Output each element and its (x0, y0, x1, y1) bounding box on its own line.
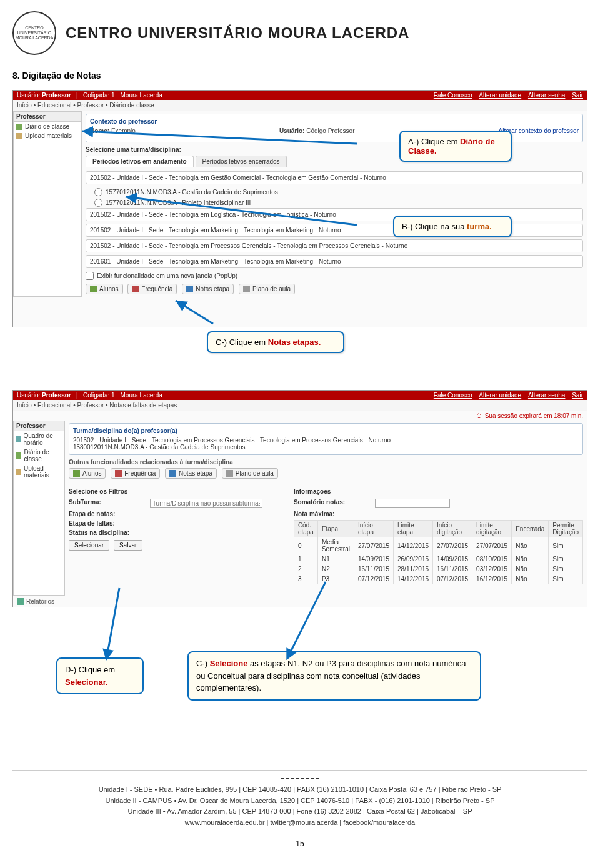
table-cell: 14/09/2015 (354, 554, 393, 564)
sidebar-item-upload[interactable]: Upload materiais (14, 464, 64, 480)
sidebar-title: Professor (14, 112, 81, 122)
arrow-c-icon (169, 296, 226, 327)
people-icon (90, 286, 97, 292)
table-cell: 27/07/2015 (472, 537, 512, 554)
table-cell: Sim (549, 554, 583, 564)
table-cell: 16/12/2015 (472, 574, 512, 584)
table-row[interactable]: 1N114/09/201526/09/201514/09/201508/10/2… (294, 554, 582, 564)
notas-etapa-button[interactable]: Notas etapa (182, 284, 234, 294)
selecionar-button[interactable]: Selecionar (69, 540, 109, 551)
session-expiry-warning: Sua sessão expirará em 18:07 min. (13, 411, 587, 421)
table-cell: 14/12/2015 (393, 537, 432, 554)
calendar-icon (115, 470, 122, 477)
footer-line: Unidade II - CAMPUS • Av. Dr. Oscar de M… (12, 796, 588, 807)
table-cell: Não (512, 554, 549, 564)
table-cell: Não (512, 564, 549, 574)
somatorio-label: Somatório notas: (294, 499, 362, 508)
footer-divider-icon (281, 778, 319, 779)
table-cell: 27/07/2015 (354, 537, 393, 554)
popup-checkbox[interactable] (86, 272, 94, 280)
popup-checkbox-label: Exibir funcionalidade em uma nova janela… (97, 272, 238, 279)
etapa-faltas-label: Etapa de faltas: (69, 520, 138, 527)
table-row[interactable]: 2N216/11/201528/11/201516/11/201503/12/2… (294, 564, 582, 574)
radio-disciplina-1[interactable] (94, 188, 102, 196)
book-icon (16, 124, 22, 130)
screenshot-notas-etapas: Usuário: Professor | Coligada: 1 - Moura… (12, 390, 588, 607)
th: Cód. etapa (294, 521, 318, 537)
page-number: 15 (12, 839, 588, 848)
callout-a: A-) Clique em Diário de Classe. (399, 131, 512, 162)
frequencia-button[interactable]: Frequência (128, 284, 177, 294)
frequencia-button[interactable]: Frequência (111, 468, 160, 479)
turma-title: Turma/disciplina do(a) professor(a) (73, 427, 579, 434)
breadcrumb: Início • Educacional • Professor • Notas… (13, 400, 587, 411)
tab-periodos-andamento[interactable]: Períodos letivos em andamento (86, 156, 194, 167)
table-cell: Media Semestral (318, 537, 354, 554)
notas-etapa-button[interactable]: Notas etapa (165, 468, 217, 479)
somatorio-input[interactable] (375, 499, 450, 508)
table-row[interactable]: 0Media Semestral27/07/201514/12/201527/0… (294, 537, 582, 554)
tab-periodos-encerrados[interactable]: Períodos letivos encerrados (196, 156, 287, 167)
upload-icon (16, 133, 22, 139)
link-fale-conosco[interactable]: Fale Conosco (434, 92, 472, 99)
salvar-button[interactable]: Salvar (114, 540, 142, 551)
th: Etapa (318, 521, 354, 537)
sidebar-item-diario-classe[interactable]: Diário de classe (14, 122, 81, 131)
table-row[interactable]: 3P307/12/201514/12/201507/12/201516/12/2… (294, 574, 582, 584)
link-alterar-senha[interactable]: Alterar senha (528, 392, 565, 399)
footer-line: Unidade III • Av. Amador Zardim, 55 | CE… (12, 806, 588, 817)
radio-disciplina-2[interactable] (94, 199, 102, 207)
table-cell: Sim (549, 574, 583, 584)
plano-aula-button[interactable]: Plano de aula (239, 284, 295, 294)
table-cell: 03/12/2015 (472, 564, 512, 574)
table-cell: 27/07/2015 (433, 537, 472, 554)
document-footer: Unidade I - SEDE • Rua. Padre Euclides, … (12, 770, 588, 828)
schedule-icon (16, 436, 21, 442)
table-cell: 2 (294, 564, 318, 574)
th: Limite etapa (393, 521, 432, 537)
table-cell: 0 (294, 537, 318, 554)
table-cell: Sim (549, 564, 583, 574)
book-icon (16, 452, 21, 459)
link-sair[interactable]: Sair (572, 392, 583, 399)
context-title: Contexto do professor (90, 118, 579, 125)
sidebar-item-quadro[interactable]: Quadro de horário (14, 431, 64, 447)
link-fale-conosco[interactable]: Fale Conosco (434, 392, 472, 399)
table-cell: 07/12/2015 (354, 574, 393, 584)
plano-aula-button[interactable]: Plano de aula (222, 468, 278, 479)
th: Início etapa (354, 521, 393, 537)
relatorios-link[interactable]: Relatórios (26, 598, 54, 605)
link-alterar-senha[interactable]: Alterar senha (528, 92, 565, 99)
subturma-input (150, 499, 262, 508)
turma-group-row[interactable]: 201502 - Unidade I - Sede - Tecnologia e… (86, 239, 583, 252)
callout-c2: C-) Selecione as etapas N1, N2 ou P3 par… (188, 651, 481, 701)
turma-group-row[interactable]: 201601 - Unidade I - Sede - Tecnologia e… (86, 255, 583, 268)
table-cell: Não (512, 537, 549, 554)
table-cell: 28/11/2015 (393, 564, 432, 574)
sidebar: Professor Quadro de horário Diário de cl… (13, 421, 65, 596)
upload-icon (16, 469, 21, 475)
plan-icon (226, 470, 233, 477)
link-alterar-unidade[interactable]: Alterar unidade (479, 92, 521, 99)
breadcrumb: Início • Educacional • Professor • Diári… (13, 100, 587, 111)
sidebar-item-upload[interactable]: Upload materiais (14, 131, 81, 141)
institution-seal-icon: CENTRO UNIVERSITÁRIO MOURA LACERDA (12, 11, 56, 55)
table-cell: 3 (294, 574, 318, 584)
alunos-button[interactable]: Alunos (86, 284, 123, 294)
callout-c: C-) Clique em Notas etapas. (207, 331, 344, 353)
turma-info-line: 1580012011N.N.MOD3.A - Gestão da Cadeia … (73, 444, 579, 451)
footer-line: www.mouralacerda.edu.br | twitter@moural… (12, 817, 588, 829)
table-cell: P3 (318, 574, 354, 584)
th: Início digitação (433, 521, 472, 537)
table-cell: Sim (549, 537, 583, 554)
institution-name: CENTRO UNIVERSITÁRIO MOURA LACERDA (66, 24, 409, 42)
sidebar-item-diario-classe[interactable]: Diário de classe (14, 447, 64, 464)
alunos-button[interactable]: Alunos (69, 468, 106, 479)
plan-icon (243, 286, 250, 292)
table-cell: 16/11/2015 (354, 564, 393, 574)
turma-group-row[interactable]: 201502 - Unidade I - Sede - Tecnologia e… (86, 171, 583, 184)
link-alterar-unidade[interactable]: Alterar unidade (479, 392, 521, 399)
table-cell: 14/09/2015 (433, 554, 472, 564)
status-label: Status na disciplina: (69, 529, 138, 536)
link-sair[interactable]: Sair (572, 92, 583, 99)
